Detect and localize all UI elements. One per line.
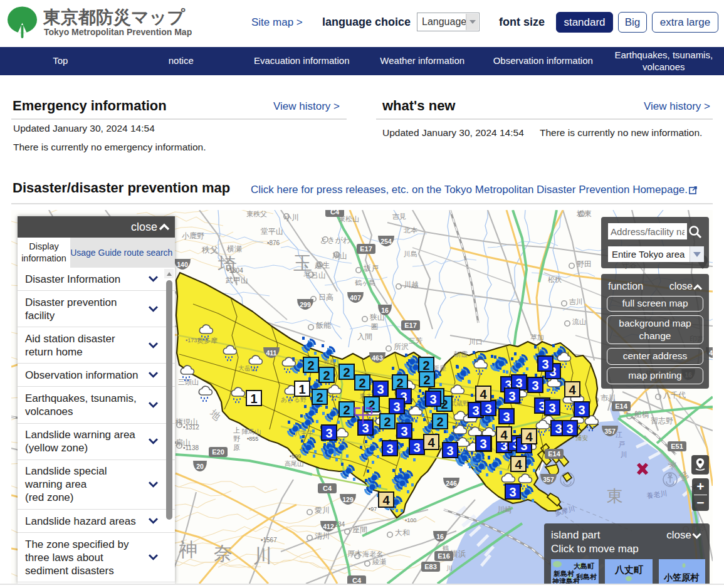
svg-text:E83: E83 <box>424 563 437 570</box>
svg-text:E51: E51 <box>671 443 683 450</box>
svg-text:草加: 草加 <box>530 333 544 341</box>
svg-text:座間: 座間 <box>352 525 367 534</box>
svg-text:武蔵野: 武蔵野 <box>450 400 469 407</box>
svg-text:大和: 大和 <box>395 528 410 537</box>
svg-text:川: 川 <box>253 545 272 566</box>
svg-text:•1567: •1567 <box>261 537 277 543</box>
svg-text:E16: E16 <box>438 552 450 560</box>
svg-text:川: 川 <box>446 565 453 572</box>
svg-text:463: 463 <box>372 354 383 362</box>
svg-text:16: 16 <box>436 533 444 540</box>
svg-text:入間: 入間 <box>357 332 372 341</box>
svg-text:140: 140 <box>177 261 188 268</box>
svg-text:愛川: 愛川 <box>315 506 330 515</box>
svg-text:流山: 流山 <box>572 318 586 325</box>
svg-text:習志野: 習志野 <box>651 416 673 425</box>
svg-text:上: 上 <box>233 426 240 434</box>
svg-text:•1312: •1312 <box>183 424 199 431</box>
svg-text:神: 神 <box>179 539 197 560</box>
svg-text:三頭山: 三頭山 <box>178 378 199 386</box>
svg-text:C4: C4 <box>352 577 362 584</box>
svg-text:秩父: 秩父 <box>201 245 218 255</box>
svg-text:C4: C4 <box>323 485 332 492</box>
svg-text:•1138: •1138 <box>183 444 199 451</box>
svg-text:圏: 圏 <box>371 323 378 330</box>
svg-text:八千代: 八千代 <box>663 391 686 399</box>
svg-text:厚木: 厚木 <box>347 549 362 558</box>
svg-text:246: 246 <box>446 480 457 487</box>
svg-text:•855: •855 <box>247 436 258 442</box>
svg-text:E17: E17 <box>404 322 417 329</box>
svg-text:•876: •876 <box>267 239 280 246</box>
svg-text:綾瀬: 綾瀬 <box>372 558 386 565</box>
svg-text:越生: 越生 <box>315 261 330 270</box>
svg-text:武甲山: 武甲山 <box>226 276 248 285</box>
svg-text:川口: 川口 <box>469 338 483 345</box>
svg-text:ときがわ: ときがわ <box>320 236 350 244</box>
svg-text:E20: E20 <box>212 448 224 456</box>
svg-text:所沢: 所沢 <box>394 342 409 351</box>
svg-text:新座: 新座 <box>433 364 446 372</box>
svg-text:小笠原村: 小笠原村 <box>663 572 700 582</box>
svg-text:16: 16 <box>381 307 389 314</box>
svg-text:市川: 市川 <box>601 394 616 402</box>
svg-text:毛呂山: 毛呂山 <box>303 271 326 280</box>
svg-text:357: 357 <box>604 428 616 435</box>
svg-text:奈: 奈 <box>214 543 233 564</box>
svg-text:東: 東 <box>607 486 623 505</box>
svg-text:254: 254 <box>380 238 392 245</box>
svg-text:吉川: 吉川 <box>569 298 583 305</box>
svg-text:E14: E14 <box>548 450 560 458</box>
svg-text:海老名: 海老名 <box>362 550 383 558</box>
svg-text:鶴ヶ島: 鶴ヶ島 <box>355 279 375 286</box>
svg-text:20: 20 <box>196 463 204 470</box>
svg-text:•1304: •1304 <box>227 267 243 274</box>
svg-text:戸: 戸 <box>618 441 625 448</box>
svg-text:三芳: 三芳 <box>409 337 422 344</box>
svg-text:横瀬: 横瀬 <box>226 244 242 253</box>
svg-text:E14: E14 <box>615 402 627 410</box>
svg-text:川越: 川越 <box>404 280 419 289</box>
svg-text:坂東: 坂東 <box>576 210 592 218</box>
svg-text:357: 357 <box>543 476 554 483</box>
svg-text:神津島村: 神津島村 <box>552 577 580 584</box>
svg-text:松伏: 松伏 <box>548 276 562 283</box>
svg-text:原: 原 <box>233 444 240 451</box>
svg-text:•97: •97 <box>369 506 377 512</box>
svg-text:朝霞: 朝霞 <box>453 350 468 358</box>
svg-text:坂戸: 坂戸 <box>363 264 379 273</box>
svg-text:川島: 川島 <box>404 250 417 258</box>
svg-text:野: 野 <box>233 435 240 443</box>
svg-text:412: 412 <box>323 523 334 530</box>
svg-text:新島村: 新島村 <box>553 570 574 577</box>
svg-text:日高: 日高 <box>318 293 333 302</box>
svg-text:高尾山: 高尾山 <box>285 460 303 467</box>
svg-text:E17: E17 <box>360 245 372 253</box>
svg-text:小川: 小川 <box>284 213 299 222</box>
svg-text:407: 407 <box>350 294 361 302</box>
svg-text:清川: 清川 <box>315 532 330 540</box>
svg-text:129: 129 <box>342 496 354 503</box>
svg-text:299: 299 <box>300 301 311 308</box>
svg-text:陣馬山: 陣馬山 <box>242 428 261 435</box>
svg-text:C4: C4 <box>330 210 340 216</box>
svg-text:鳩山: 鳩山 <box>332 251 347 260</box>
svg-text:東秩父: 東秩父 <box>246 210 267 218</box>
svg-text:•100: •100 <box>405 517 416 523</box>
svg-text:•599: •599 <box>290 453 301 459</box>
svg-text:411: 411 <box>266 349 277 357</box>
svg-text:46: 46 <box>709 349 713 357</box>
svg-text:堂平山: 堂平山 <box>261 227 283 236</box>
svg-text:川: 川 <box>621 451 627 458</box>
svg-text:飯能: 飯能 <box>316 321 332 330</box>
svg-text:小鹿野: 小鹿野 <box>182 231 204 240</box>
svg-text:吉見: 吉見 <box>392 213 406 220</box>
svg-text:野田: 野田 <box>577 260 592 268</box>
svg-text:川崎: 川崎 <box>497 505 512 514</box>
svg-text:•1737: •1737 <box>186 337 200 344</box>
svg-text:北本: 北本 <box>403 226 417 234</box>
svg-text:船橋: 船橋 <box>634 410 649 419</box>
svg-text:大島町: 大島町 <box>574 562 595 570</box>
svg-text:八丈町: 八丈町 <box>614 564 644 575</box>
svg-text:鶴: 鶴 <box>442 545 449 552</box>
